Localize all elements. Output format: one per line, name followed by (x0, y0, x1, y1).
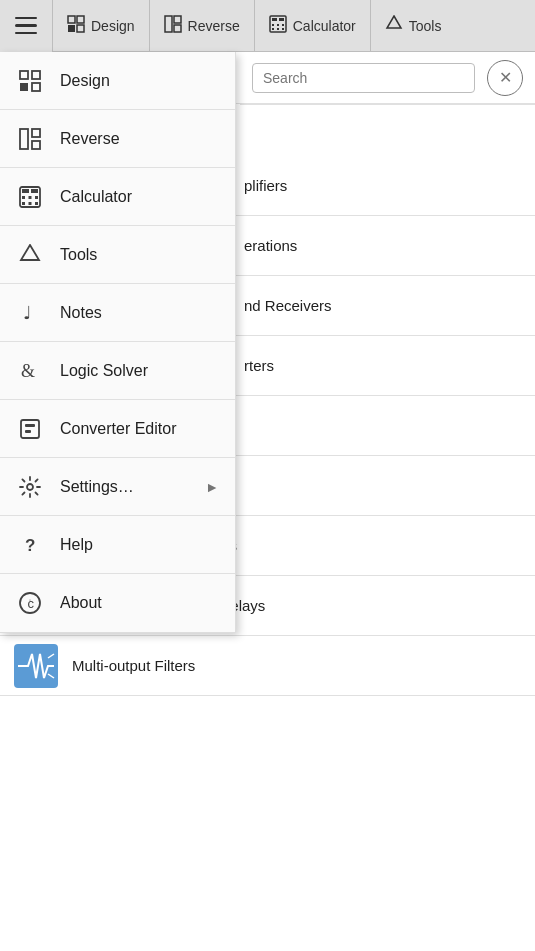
dropdown-menu: Design Reverse Calculator Tools ♩ Notes … (0, 52, 236, 633)
menu-item-help[interactable]: ? Help (0, 516, 235, 574)
toolbar-tabs: Design Reverse Calculator Tools (52, 0, 535, 52)
menu-item-about[interactable]: c About (0, 574, 235, 632)
calculator-menu-icon (16, 186, 44, 208)
tab-design[interactable]: Design (52, 0, 149, 52)
tab-tools-label: Tools (409, 18, 442, 34)
menu-item-tools[interactable]: Tools (0, 226, 235, 284)
svg-rect-15 (282, 28, 284, 30)
menu-item-calculator[interactable]: Calculator (0, 168, 235, 226)
about-menu-icon: c (16, 592, 44, 614)
category-item-multioutput[interactable]: Multi-output Filters (0, 636, 535, 696)
svg-rect-5 (174, 16, 181, 23)
notes-menu-label: Notes (60, 304, 219, 322)
tools-tab-icon (385, 15, 403, 37)
reverse-tab-icon (164, 15, 182, 37)
svg-text:&: & (21, 361, 35, 381)
calculator-menu-label: Calculator (60, 188, 219, 206)
svg-rect-10 (272, 24, 274, 26)
svg-rect-9 (279, 18, 284, 21)
converters-partial-label: rters (244, 357, 274, 374)
svg-rect-34 (32, 71, 40, 79)
toolbar: Design Reverse Calculator Tools (0, 0, 535, 52)
receivers-partial-label: nd Receivers (244, 297, 332, 314)
svg-rect-11 (277, 24, 279, 26)
design-menu-icon (16, 70, 44, 92)
menu-item-notes[interactable]: ♩ Notes (0, 284, 235, 342)
menu-item-logic-solver[interactable]: & Logic Solver (0, 342, 235, 400)
svg-rect-45 (35, 196, 38, 199)
svg-rect-6 (174, 25, 181, 32)
svg-marker-16 (387, 16, 401, 28)
operations-partial-label: erations (244, 237, 297, 254)
menu-item-converter-editor[interactable]: Converter Editor (0, 400, 235, 458)
tab-calculator[interactable]: Calculator (254, 0, 370, 52)
svg-rect-3 (77, 25, 84, 32)
tools-menu-label: Tools (60, 246, 219, 264)
about-menu-label: About (60, 594, 219, 612)
svg-rect-12 (282, 24, 284, 26)
amplifiers-partial-label: plifiers (244, 177, 287, 194)
category-item-converters[interactable]: rters (236, 336, 535, 396)
design-tab-icon (67, 15, 85, 37)
reverse-menu-label: Reverse (60, 130, 219, 148)
svg-rect-38 (32, 129, 40, 137)
svg-rect-36 (32, 83, 40, 91)
svg-rect-0 (68, 16, 75, 23)
settings-menu-label: Settings… (60, 478, 189, 496)
svg-rect-47 (29, 202, 32, 205)
svg-rect-48 (35, 202, 38, 205)
help-menu-label: Help (60, 536, 219, 554)
search-input[interactable] (252, 63, 475, 93)
svg-rect-52 (21, 420, 39, 438)
svg-rect-33 (20, 71, 28, 79)
svg-point-55 (27, 484, 33, 490)
multioutput-icon (12, 642, 60, 690)
tab-reverse-label: Reverse (188, 18, 240, 34)
tab-reverse[interactable]: Reverse (149, 0, 254, 52)
help-menu-icon: ? (16, 534, 44, 556)
tools-menu-icon (16, 244, 44, 266)
menu-item-reverse[interactable]: Reverse (0, 110, 235, 168)
menu-item-settings[interactable]: Settings… ► (0, 458, 235, 516)
multioutput-label: Multi-output Filters (72, 657, 195, 674)
divider (240, 104, 535, 105)
svg-rect-8 (272, 18, 277, 21)
svg-rect-43 (22, 196, 25, 199)
converter-editor-menu-icon (16, 418, 44, 440)
close-icon: ✕ (499, 68, 512, 87)
svg-rect-42 (31, 189, 38, 193)
calculator-tab-icon (269, 15, 287, 37)
svg-rect-14 (277, 28, 279, 30)
settings-menu-icon (16, 476, 44, 498)
svg-rect-41 (22, 189, 29, 193)
category-item-receivers[interactable]: nd Receivers (236, 276, 535, 336)
reverse-menu-icon (16, 128, 44, 150)
notes-menu-icon: ♩ (16, 302, 44, 324)
hamburger-icon (15, 17, 37, 35)
menu-item-design[interactable]: Design (0, 52, 235, 110)
close-search-button[interactable]: ✕ (487, 60, 523, 96)
settings-arrow-icon: ► (205, 479, 219, 495)
category-item-amplifiers[interactable]: plifiers (236, 156, 535, 216)
svg-text:?: ? (25, 536, 35, 555)
tab-tools[interactable]: Tools (370, 0, 456, 52)
svg-rect-44 (29, 196, 32, 199)
category-item-operations[interactable]: erations (236, 216, 535, 276)
logic-solver-menu-icon: & (16, 360, 44, 382)
svg-text:♩: ♩ (23, 303, 31, 323)
converter-editor-menu-label: Converter Editor (60, 420, 219, 438)
svg-rect-53 (25, 424, 35, 427)
svg-rect-4 (165, 16, 172, 32)
svg-marker-49 (21, 245, 39, 260)
svg-rect-35 (20, 83, 28, 91)
svg-rect-37 (20, 129, 28, 149)
svg-rect-39 (32, 141, 40, 149)
logic-solver-menu-label: Logic Solver (60, 362, 219, 380)
svg-rect-1 (77, 16, 84, 23)
svg-rect-2 (68, 25, 75, 32)
hamburger-menu-button[interactable] (0, 0, 52, 52)
svg-point-59 (30, 600, 31, 601)
design-menu-label: Design (60, 72, 219, 90)
svg-rect-46 (22, 202, 25, 205)
tab-calculator-label: Calculator (293, 18, 356, 34)
